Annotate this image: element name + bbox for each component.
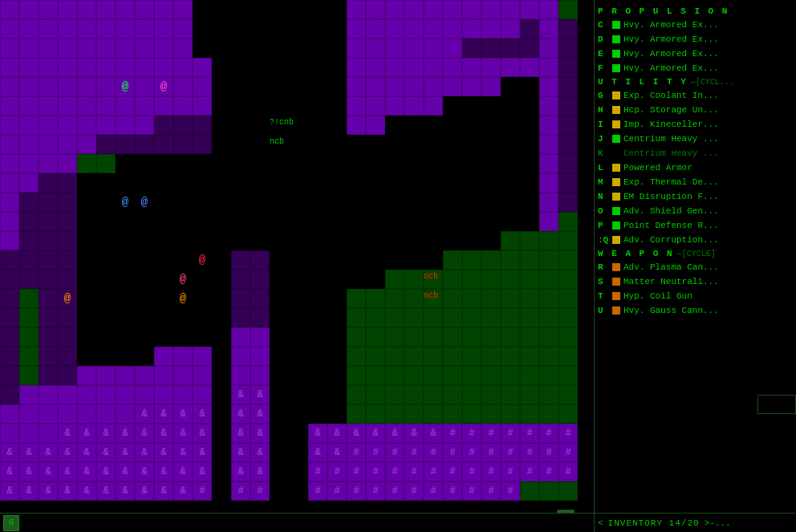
status-dot-t — [612, 292, 620, 300]
propulsion-item-f[interactable]: F Hvy. Armored Ex... — [598, 61, 793, 75]
game-area — [0, 0, 594, 532]
utility-section-header: U T I L I T Y —[CYCL... — [598, 77, 793, 87]
status-dot-u — [612, 307, 620, 315]
weapon-item-r[interactable]: R Adv. Plasma Can... — [598, 260, 793, 274]
status-dot-n — [612, 193, 620, 201]
sidebar: P R O P U L S I O N C Hvy. Armored Ex...… — [594, 0, 796, 532]
propulsion-item-e[interactable]: E Hvy. Armored Ex... — [598, 47, 793, 61]
inventory-label: INVENTORY 14/20 — [608, 518, 700, 528]
game-map — [0, 0, 594, 513]
utility-item-o[interactable]: O Adv. Shield Gen... — [598, 204, 793, 218]
game-bottom-bar: G — [0, 513, 594, 532]
utility-item-p[interactable]: P Point Defense R... — [598, 218, 793, 233]
status-dot-e — [612, 50, 620, 58]
status-dot-c — [612, 21, 620, 29]
status-dot-o — [612, 207, 620, 215]
utility-item-m[interactable]: M Exp. Thermal De... — [598, 175, 793, 189]
weapon-item-u[interactable]: U Hvy. Gauss Cann... — [598, 303, 793, 318]
status-dot-d — [612, 35, 620, 43]
propulsion-item-d[interactable]: D Hvy. Armored Ex... — [598, 32, 793, 47]
cannon-label — [757, 395, 796, 414]
nav-arrow-right[interactable]: >-... — [705, 518, 731, 528]
utility-item-q[interactable]: :Q Adv. Corruption... — [598, 233, 793, 247]
status-dot-q — [612, 236, 620, 244]
status-dot-f — [612, 64, 620, 72]
status-dot-m — [612, 178, 620, 186]
status-dot-j — [612, 135, 620, 143]
utility-item-k[interactable]: K Centrium Heavy ... — [598, 146, 793, 160]
status-dot-s — [612, 278, 620, 286]
propulsion-header: P R O P U L S I O N — [598, 6, 793, 16]
status-dot-p — [612, 221, 620, 229]
utility-item-g[interactable]: G Exp. Coolant In... — [598, 88, 793, 103]
weapon-item-s[interactable]: S Matter Neutrali... — [598, 274, 793, 289]
status-dot-g — [612, 91, 620, 99]
sidebar-bottom-bar: < INVENTORY 14/20 >-... — [595, 513, 796, 532]
status-dot-h — [612, 106, 620, 114]
utility-item-n[interactable]: N EM Disruption F... — [598, 189, 793, 204]
utility-item-j[interactable]: J Centrium Heavy ... — [598, 132, 793, 146]
status-dot-r — [612, 263, 620, 271]
status-dot-i — [612, 120, 620, 128]
status-dot-k — [612, 149, 620, 157]
utility-item-h[interactable]: H Hcp. Storage Un... — [598, 103, 793, 117]
nav-arrow-left[interactable]: < — [598, 518, 603, 528]
game-bottom-icon: G — [3, 515, 19, 531]
utility-item-i[interactable]: I Imp. Kineceller... — [598, 117, 793, 132]
utility-item-l[interactable]: L Powered Armor — [598, 160, 793, 175]
propulsion-item-c[interactable]: C Hvy. Armored Ex... — [598, 18, 793, 32]
status-dot-l — [612, 164, 620, 172]
weapon-section-header: W E A P O N —[CYCLE] — [598, 249, 793, 258]
weapon-item-t[interactable]: T Hyp. Coil Gun — [598, 289, 793, 303]
